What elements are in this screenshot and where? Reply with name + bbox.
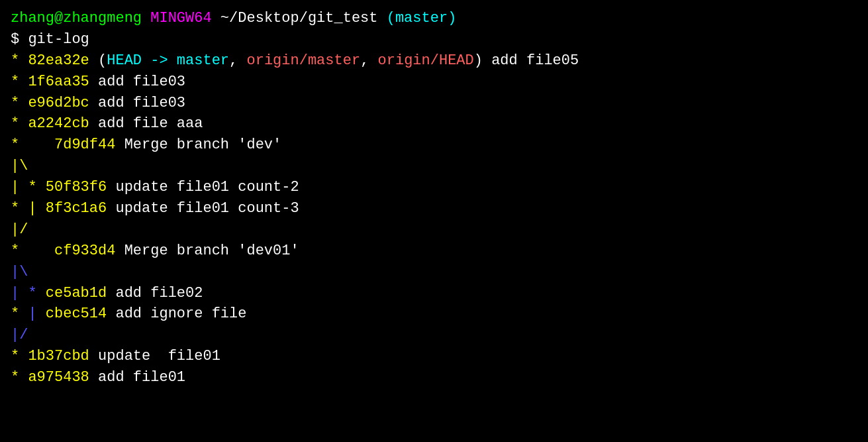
terminal-text: *	[11, 135, 54, 156]
terminal-text: | *	[11, 283, 46, 304]
terminal-text: *	[11, 72, 28, 93]
terminal-text: ce5ab1d	[46, 283, 107, 304]
terminal-text: |	[28, 198, 45, 219]
terminal-line-command-line: $ git-log	[11, 29, 857, 50]
terminal-text: cf933d4	[54, 241, 115, 262]
terminal-text: 50f83f6	[46, 177, 107, 198]
terminal-text: update file01	[89, 346, 220, 367]
terminal-line-log-4: * a2242cb add file aaa	[11, 113, 857, 135]
terminal-text: *	[11, 198, 28, 219]
terminal-text: *	[11, 241, 54, 262]
terminal-text: 8f3c1a6	[46, 198, 107, 219]
terminal-text: add file03	[89, 72, 185, 93]
terminal-text: |\	[11, 156, 28, 177]
terminal-text: |/	[11, 219, 28, 241]
terminal-text: *	[11, 367, 28, 388]
terminal-text: *	[11, 304, 28, 325]
terminal-text: HEAD -> master	[107, 50, 229, 72]
terminal-text: update file01 count-2	[107, 177, 299, 198]
terminal-text: *	[11, 93, 28, 114]
terminal-line-prompt-line: zhang@zhangmeng MINGW64 ~/Desktop/git_te…	[11, 8, 857, 29]
terminal-text: origin/master	[246, 50, 360, 72]
terminal-text: | *	[11, 177, 46, 198]
terminal-text: add file aaa	[89, 113, 203, 135]
terminal-text: a975438	[28, 367, 89, 388]
terminal-line-log-2: * 1f6aa35 add file03	[11, 72, 857, 93]
terminal-text: |/	[11, 325, 28, 346]
terminal-line-log-5: * 7d9df44 Merge branch 'dev'	[11, 135, 857, 156]
terminal-text: add file02	[107, 283, 203, 304]
terminal-text: update file01 count-3	[107, 198, 299, 219]
terminal-text: ) add file05	[474, 50, 579, 72]
terminal-text: origin/HEAD	[378, 50, 474, 72]
terminal-text	[142, 8, 150, 29]
terminal-text: zhang@zhangmeng	[11, 8, 142, 29]
terminal-text: $ git-log	[11, 29, 89, 50]
terminal-text: ~/Desktop/git_test	[212, 8, 387, 29]
terminal-text: e96d2bc	[28, 93, 89, 114]
terminal-text: *	[11, 346, 28, 367]
terminal-line-log-7: * | 8f3c1a6 update file01 count-3	[11, 198, 857, 219]
terminal-line-log-8: * cf933d4 Merge branch 'dev01'	[11, 241, 857, 262]
terminal-text: cbec514	[46, 304, 107, 325]
terminal-text: (	[89, 50, 107, 72]
terminal-text: MINGW64	[150, 8, 211, 29]
terminal-text: *	[11, 50, 28, 72]
terminal-line-log-1: * 82ea32e (HEAD -> master, origin/master…	[11, 50, 857, 72]
terminal-text: Merge branch 'dev'	[115, 135, 281, 156]
terminal-window: zhang@zhangmeng MINGW64 ~/Desktop/git_te…	[0, 0, 868, 442]
terminal-line-log-3: * e96d2bc add file03	[11, 93, 857, 114]
terminal-line-log-11: * 1b37cbd update file01	[11, 346, 857, 367]
terminal-line-log-12: * a975438 add file01	[11, 367, 857, 388]
terminal-text: add file01	[89, 367, 185, 388]
terminal-text: |	[28, 304, 45, 325]
terminal-text: add ignore file	[107, 304, 246, 325]
terminal-text: Merge branch 'dev01'	[115, 241, 299, 262]
terminal-line-log-branch-1: |\	[11, 156, 857, 177]
terminal-text: |\	[11, 262, 28, 283]
terminal-text: 7d9df44	[54, 135, 115, 156]
terminal-text: 82ea32e	[28, 50, 89, 72]
terminal-line-log-6: | * 50f83f6 update file01 count-2	[11, 177, 857, 198]
terminal-text: ,	[360, 50, 377, 72]
terminal-text: 1f6aa35	[28, 72, 89, 93]
terminal-line-log-9: | * ce5ab1d add file02	[11, 283, 857, 304]
terminal-text: 1b37cbd	[28, 346, 89, 367]
terminal-text: ,	[229, 50, 246, 72]
terminal-line-log-10: * | cbec514 add ignore file	[11, 304, 857, 325]
terminal-line-log-branch-2: |/	[11, 219, 857, 241]
terminal-text: (master)	[387, 8, 457, 29]
terminal-text: *	[11, 113, 28, 135]
terminal-line-log-branch-3: |\	[11, 262, 857, 283]
terminal-line-log-branch-4: |/	[11, 325, 857, 346]
terminal-text: add file03	[89, 93, 185, 114]
terminal-text: a2242cb	[28, 113, 89, 135]
